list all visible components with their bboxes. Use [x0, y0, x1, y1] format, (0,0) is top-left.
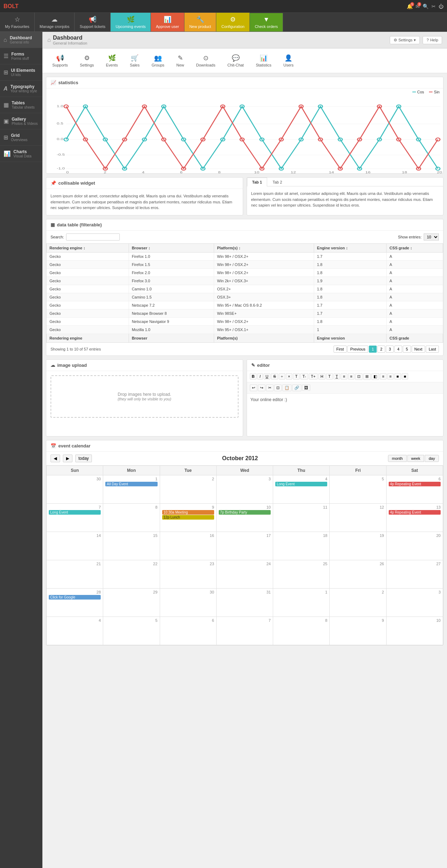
cut-btn[interactable]: ✂ [266, 384, 274, 391]
col-browser[interactable]: Browser ↕ [129, 243, 214, 252]
heading-btn[interactable]: H [318, 373, 325, 380]
calendar-event[interactable]: 12p Lunch [162, 515, 214, 520]
text-smaller-btn[interactable]: T- [300, 373, 308, 380]
outdent-btn[interactable]: ⊡ [355, 373, 363, 380]
calendar-event[interactable]: 10:30a Meeting [162, 510, 214, 515]
indent-btn[interactable]: ⊞ [363, 373, 371, 380]
calendar-day-cell[interactable]: 29 [103, 588, 160, 617]
col-platform[interactable]: Platform(s) ↕ [214, 243, 314, 252]
calendar-day-cell[interactable]: 6 [160, 617, 216, 645]
calendar-day-cell[interactable]: 3 [386, 588, 443, 617]
power-btn[interactable]: ⏻ [439, 4, 443, 9]
page-1-btn[interactable]: 1 [369, 346, 377, 353]
col-engine-version[interactable]: Engine version ↕ [314, 243, 387, 252]
color-btn[interactable]: T [326, 373, 333, 380]
page-2-btn[interactable]: 2 [377, 346, 385, 353]
calendar-day-cell[interactable]: 16 [160, 532, 216, 560]
nav-supports[interactable]: 📢 Supports [47, 52, 73, 69]
notifications-btn[interactable]: 🔔5 [407, 4, 413, 9]
rule-btn[interactable]: ■ [402, 373, 408, 380]
help-button[interactable]: ? Help [423, 36, 442, 44]
cal-month-view-btn[interactable]: month [388, 455, 407, 462]
calendar-day-cell[interactable]: 23 [160, 560, 216, 588]
calendar-day-cell[interactable]: 8 [273, 617, 330, 645]
page-4-btn[interactable]: 4 [394, 346, 402, 353]
redo-btn[interactable]: ↪ [258, 384, 265, 391]
calendar-event[interactable]: Long Event [49, 510, 101, 515]
calendar-day-cell[interactable]: 10 [386, 617, 443, 645]
calendar-day-cell[interactable]: 8 [103, 503, 160, 532]
times-btn[interactable]: × [286, 373, 292, 380]
quick-btn-product[interactable]: 🔧 New product [184, 13, 217, 31]
editor-body[interactable]: Your online editor :) [247, 394, 443, 436]
calendar-day-cell[interactable]: 30 [47, 475, 103, 503]
nav-users[interactable]: 👤 Users [278, 52, 299, 69]
quick-btn-favourites[interactable]: ☆ My Favourites [0, 13, 35, 31]
nav-downloads[interactable]: ⊙ Downloads [191, 52, 220, 69]
divider-btn[interactable]: ÷ [279, 373, 285, 380]
sidebar-item-tables[interactable]: ▦ Tables Tabular sheets [0, 97, 42, 113]
italic-btn[interactable]: I [257, 373, 263, 380]
calendar-day-cell[interactable]: 1All Day Event [103, 475, 160, 503]
calendar-day-cell[interactable]: 9 [330, 617, 386, 645]
calendar-day-cell[interactable]: 27 [386, 560, 443, 588]
calendar-day-cell[interactable]: 107p Birthday Party [216, 503, 273, 532]
sidebar-item-dashboard[interactable]: ⌂ Dashboard General info [0, 32, 42, 48]
cal-prev-btn[interactable]: ◀ [51, 455, 60, 462]
sidebar-item-charts[interactable]: 📊 Charts Visual Data [0, 146, 42, 162]
calendar-day-cell[interactable]: 25 [273, 560, 330, 588]
nav-groups[interactable]: 👥 Groups [147, 52, 169, 69]
sidebar-item-forms[interactable]: ☰ Forms Forms stuff [0, 48, 42, 64]
messages-btn[interactable]: ✉3 [416, 4, 420, 9]
calendar-day-cell[interactable]: 30 [160, 588, 216, 617]
calendar-day-cell[interactable]: 20 [386, 532, 443, 560]
sidebar-item-typography[interactable]: A Typography Your writing style [0, 81, 42, 97]
col-css-grade[interactable]: CSS grade ↕ [387, 243, 443, 252]
calendar-day-cell[interactable]: 24 [216, 560, 273, 588]
calendar-event[interactable]: All Day Event [105, 482, 157, 486]
text-larger-btn[interactable]: T+ [309, 373, 318, 380]
bold-btn[interactable]: B [250, 373, 257, 380]
page-next-btn[interactable]: Next [412, 346, 425, 353]
page-prev-btn[interactable]: Previous [347, 346, 368, 353]
search-btn[interactable]: 🔍 [423, 4, 429, 9]
nav-statistics[interactable]: 📊 Statistics [251, 52, 276, 69]
calendar-day-cell[interactable]: 15 [103, 532, 160, 560]
ul-btn[interactable]: ≡ [341, 373, 347, 380]
tools-btn[interactable]: ✂ [431, 4, 436, 9]
calendar-day-cell[interactable]: 64p Repeating Event [386, 475, 443, 503]
calendar-day-cell[interactable]: 22 [103, 560, 160, 588]
paste-btn[interactable]: 📋 [282, 384, 292, 391]
nav-chitchat[interactable]: 💬 Chit-Chat [222, 52, 248, 69]
quick-btn-orders[interactable]: ▼ Check orders [250, 13, 283, 31]
align-left-btn[interactable]: ◧ [371, 373, 379, 380]
cal-next-btn[interactable]: ▶ [63, 455, 72, 462]
nav-events[interactable]: 🌿 Events [101, 52, 123, 69]
align-right-btn[interactable]: ≡ [387, 373, 394, 380]
calendar-day-cell[interactable]: 134p Repeating Event [386, 503, 443, 532]
highlight-btn[interactable]: T [334, 373, 340, 380]
align-center-btn[interactable]: ≡ [380, 373, 386, 380]
calendar-day-cell[interactable]: 14 [47, 532, 103, 560]
page-5-btn[interactable]: 5 [403, 346, 411, 353]
calendar-day-cell[interactable]: 1 [273, 588, 330, 617]
calendar-day-cell[interactable]: 12 [330, 503, 386, 532]
image-btn[interactable]: 🖼 [302, 384, 310, 391]
ol-btn[interactable]: ≡ [348, 373, 354, 380]
calendar-day-cell[interactable]: 2 [160, 475, 216, 503]
tab-2-btn[interactable]: Tab 2 [267, 178, 287, 186]
link-btn[interactable]: 🔗 [292, 384, 301, 391]
undo-btn[interactable]: ↩ [250, 384, 257, 391]
quick-btn-support[interactable]: 📢 Support tickets [75, 13, 111, 31]
calendar-day-cell[interactable]: 28Click for Google [47, 588, 103, 617]
calendar-day-cell[interactable]: 7Long Event [47, 503, 103, 532]
calendar-day-cell[interactable]: 910:30a Meeting12p Lunch [160, 503, 216, 532]
sidebar-item-grid[interactable]: ⊞ Grid Overviews [0, 129, 42, 146]
calendar-event[interactable]: 4p Repeating Event [389, 482, 441, 486]
cal-week-view-btn[interactable]: week [407, 455, 424, 462]
calendar-day-cell[interactable]: 19 [330, 532, 386, 560]
strikethrough-btn[interactable]: S [271, 373, 278, 380]
copy-btn[interactable]: ⊡ [274, 384, 282, 391]
nav-new[interactable]: ✎ New [171, 52, 189, 69]
nav-sales[interactable]: 🛒 Sales [125, 52, 145, 69]
